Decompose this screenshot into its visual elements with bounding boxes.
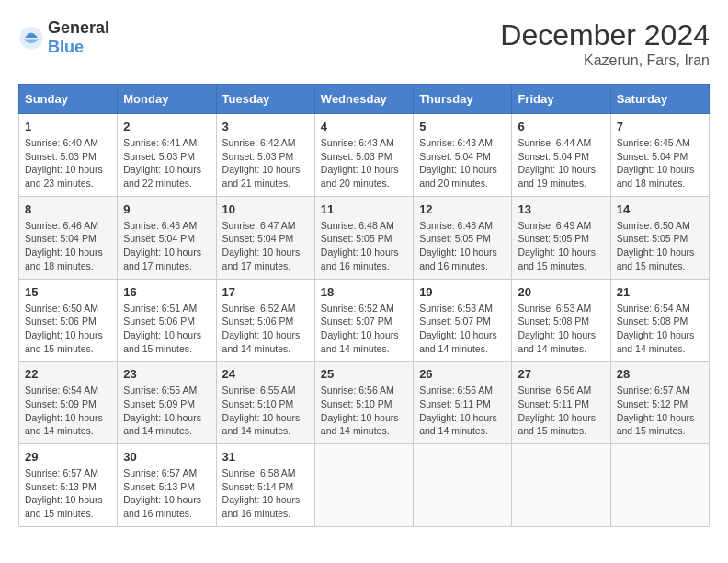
day-detail: Sunrise: 6:56 AMSunset: 5:11 PMDaylight:…	[419, 384, 506, 438]
day-detail: Sunrise: 6:54 AMSunset: 5:08 PMDaylight:…	[617, 302, 703, 356]
day-detail: Sunrise: 6:43 AMSunset: 5:04 PMDaylight:…	[419, 136, 506, 190]
empty-cell	[610, 444, 709, 527]
day-number: 11	[321, 202, 407, 216]
day-cell-1: 1Sunrise: 6:40 AMSunset: 5:03 PMDaylight…	[19, 114, 118, 197]
header-wednesday: Wednesday	[314, 85, 413, 114]
week-row-4: 22Sunrise: 6:54 AMSunset: 5:09 PMDayligh…	[19, 362, 710, 444]
day-cell-5: 5Sunrise: 6:43 AMSunset: 5:04 PMDaylight…	[414, 114, 512, 197]
day-detail: Sunrise: 6:47 AMSunset: 5:04 PMDaylight:…	[222, 219, 309, 273]
header-tuesday: Tuesday	[216, 85, 314, 114]
day-detail: Sunrise: 6:56 AMSunset: 5:10 PMDaylight:…	[321, 384, 407, 438]
day-number: 14	[617, 202, 703, 216]
day-number: 30	[123, 450, 210, 464]
empty-cell	[512, 444, 610, 527]
day-cell-7: 7Sunrise: 6:45 AMSunset: 5:04 PMDaylight…	[610, 114, 709, 197]
day-number: 28	[617, 367, 703, 381]
day-number: 17	[222, 285, 309, 299]
day-detail: Sunrise: 6:43 AMSunset: 5:03 PMDaylight:…	[321, 136, 407, 190]
day-number: 6	[518, 120, 604, 133]
day-detail: Sunrise: 6:54 AMSunset: 5:09 PMDaylight:…	[25, 384, 111, 438]
day-cell-11: 11Sunrise: 6:48 AMSunset: 5:05 PMDayligh…	[314, 196, 413, 279]
day-number: 5	[419, 120, 506, 133]
day-cell-17: 17Sunrise: 6:52 AMSunset: 5:06 PMDayligh…	[216, 279, 314, 362]
day-number: 4	[321, 120, 407, 133]
day-number: 9	[123, 202, 210, 216]
day-number: 20	[518, 285, 604, 299]
day-number: 15	[25, 285, 111, 299]
day-detail: Sunrise: 6:48 AMSunset: 5:05 PMDaylight:…	[321, 219, 407, 273]
day-detail: Sunrise: 6:40 AMSunset: 5:03 PMDaylight:…	[25, 136, 111, 190]
logo-general: General	[48, 18, 109, 37]
day-number: 1	[25, 120, 111, 133]
day-cell-19: 19Sunrise: 6:53 AMSunset: 5:07 PMDayligh…	[414, 279, 512, 362]
header-friday: Friday	[512, 85, 610, 114]
day-cell-18: 18Sunrise: 6:52 AMSunset: 5:07 PMDayligh…	[314, 279, 413, 362]
day-number: 12	[419, 202, 506, 216]
day-number: 22	[25, 367, 111, 381]
day-number: 26	[419, 367, 506, 381]
day-detail: Sunrise: 6:48 AMSunset: 5:05 PMDaylight:…	[419, 219, 506, 273]
month-title: December 2024	[500, 18, 710, 52]
day-number: 24	[222, 367, 309, 381]
day-detail: Sunrise: 6:46 AMSunset: 5:04 PMDaylight:…	[123, 219, 210, 273]
calendar-header-row: SundayMondayTuesdayWednesdayThursdayFrid…	[19, 85, 710, 114]
day-cell-13: 13Sunrise: 6:49 AMSunset: 5:05 PMDayligh…	[512, 196, 610, 279]
day-number: 25	[321, 367, 407, 381]
week-row-5: 29Sunrise: 6:57 AMSunset: 5:13 PMDayligh…	[19, 444, 710, 527]
header-sunday: Sunday	[19, 85, 118, 114]
day-cell-24: 24Sunrise: 6:55 AMSunset: 5:10 PMDayligh…	[216, 362, 314, 444]
header-saturday: Saturday	[610, 85, 709, 114]
day-number: 19	[419, 285, 506, 299]
day-number: 13	[518, 202, 604, 216]
day-detail: Sunrise: 6:50 AMSunset: 5:05 PMDaylight:…	[617, 219, 703, 273]
day-cell-23: 23Sunrise: 6:55 AMSunset: 5:09 PMDayligh…	[118, 362, 216, 444]
day-cell-25: 25Sunrise: 6:56 AMSunset: 5:10 PMDayligh…	[314, 362, 413, 444]
day-detail: Sunrise: 6:53 AMSunset: 5:07 PMDaylight:…	[419, 302, 506, 356]
day-cell-21: 21Sunrise: 6:54 AMSunset: 5:08 PMDayligh…	[610, 279, 709, 362]
day-detail: Sunrise: 6:53 AMSunset: 5:08 PMDaylight:…	[518, 302, 604, 356]
day-detail: Sunrise: 6:55 AMSunset: 5:09 PMDaylight:…	[123, 384, 210, 438]
day-detail: Sunrise: 6:42 AMSunset: 5:03 PMDaylight:…	[222, 136, 309, 190]
day-cell-2: 2Sunrise: 6:41 AMSunset: 5:03 PMDaylight…	[118, 114, 216, 197]
week-row-2: 8Sunrise: 6:46 AMSunset: 5:04 PMDaylight…	[19, 196, 710, 279]
day-number: 21	[617, 285, 703, 299]
empty-cell	[314, 444, 413, 527]
day-number: 2	[123, 120, 210, 133]
day-detail: Sunrise: 6:55 AMSunset: 5:10 PMDaylight:…	[222, 384, 309, 438]
day-number: 18	[321, 285, 407, 299]
day-cell-27: 27Sunrise: 6:56 AMSunset: 5:11 PMDayligh…	[512, 362, 610, 444]
day-number: 10	[222, 202, 309, 216]
day-cell-15: 15Sunrise: 6:50 AMSunset: 5:06 PMDayligh…	[19, 279, 118, 362]
day-cell-20: 20Sunrise: 6:53 AMSunset: 5:08 PMDayligh…	[512, 279, 610, 362]
logo: General Blue	[18, 18, 109, 57]
day-detail: Sunrise: 6:50 AMSunset: 5:06 PMDaylight:…	[25, 302, 111, 356]
day-cell-14: 14Sunrise: 6:50 AMSunset: 5:05 PMDayligh…	[610, 196, 709, 279]
logo-icon	[18, 25, 44, 51]
location-title: Kazerun, Fars, Iran	[500, 52, 710, 69]
page-header: General Blue December 2024 Kazerun, Fars…	[18, 18, 710, 69]
day-detail: Sunrise: 6:58 AMSunset: 5:14 PMDaylight:…	[222, 466, 309, 521]
day-cell-16: 16Sunrise: 6:51 AMSunset: 5:06 PMDayligh…	[118, 279, 216, 362]
day-detail: Sunrise: 6:51 AMSunset: 5:06 PMDaylight:…	[123, 302, 210, 356]
day-number: 27	[518, 367, 604, 381]
day-detail: Sunrise: 6:57 AMSunset: 5:13 PMDaylight:…	[123, 466, 210, 521]
day-number: 3	[222, 120, 309, 133]
day-cell-4: 4Sunrise: 6:43 AMSunset: 5:03 PMDaylight…	[314, 114, 413, 197]
day-cell-31: 31Sunrise: 6:58 AMSunset: 5:14 PMDayligh…	[216, 444, 314, 527]
day-cell-28: 28Sunrise: 6:57 AMSunset: 5:12 PMDayligh…	[610, 362, 709, 444]
day-number: 16	[123, 285, 210, 299]
header-monday: Monday	[118, 85, 216, 114]
day-cell-12: 12Sunrise: 6:48 AMSunset: 5:05 PMDayligh…	[414, 196, 512, 279]
day-detail: Sunrise: 6:57 AMSunset: 5:13 PMDaylight:…	[25, 466, 111, 521]
day-detail: Sunrise: 6:52 AMSunset: 5:07 PMDaylight:…	[321, 302, 407, 356]
day-cell-8: 8Sunrise: 6:46 AMSunset: 5:04 PMDaylight…	[19, 196, 118, 279]
day-cell-30: 30Sunrise: 6:57 AMSunset: 5:13 PMDayligh…	[118, 444, 216, 527]
day-detail: Sunrise: 6:46 AMSunset: 5:04 PMDaylight:…	[25, 219, 111, 273]
day-detail: Sunrise: 6:57 AMSunset: 5:12 PMDaylight:…	[617, 384, 703, 438]
day-cell-29: 29Sunrise: 6:57 AMSunset: 5:13 PMDayligh…	[19, 444, 118, 527]
empty-cell	[414, 444, 512, 527]
week-row-3: 15Sunrise: 6:50 AMSunset: 5:06 PMDayligh…	[19, 279, 710, 362]
day-detail: Sunrise: 6:52 AMSunset: 5:06 PMDaylight:…	[222, 302, 309, 356]
day-cell-6: 6Sunrise: 6:44 AMSunset: 5:04 PMDaylight…	[512, 114, 610, 197]
day-detail: Sunrise: 6:45 AMSunset: 5:04 PMDaylight:…	[617, 136, 703, 190]
